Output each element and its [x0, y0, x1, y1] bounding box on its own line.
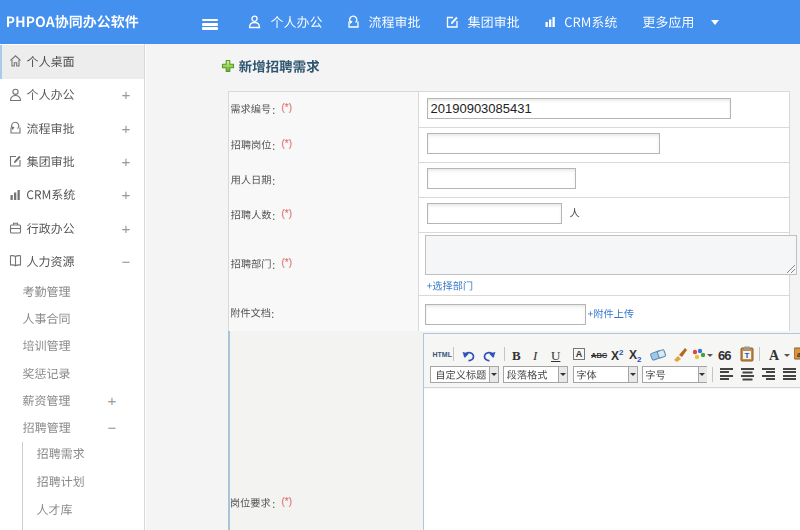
svg-text:T: T: [745, 351, 750, 360]
